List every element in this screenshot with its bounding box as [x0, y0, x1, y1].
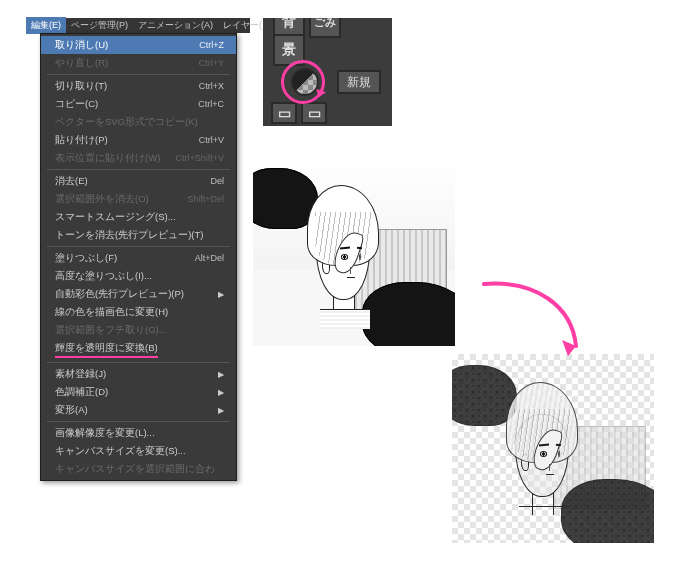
menu-item-hotkey: Ctrl+C [198, 99, 224, 109]
menu-item-label: 表示位置に貼り付け(W) [55, 152, 160, 165]
menu-item-label: 線の色を描画色に変更(H) [55, 306, 168, 319]
menu-item: 選択範囲外を消去(O)Shift+Del [41, 190, 236, 208]
menu-item: やり直し(R)Ctrl+Y [41, 54, 236, 72]
annotation-circle [281, 60, 325, 104]
menu-item-label: 貼り付け(P) [55, 134, 108, 147]
menu-item-hotkey: Alt+Del [195, 253, 224, 263]
menu-item[interactable]: 線の色を描画色に変更(H) [41, 303, 236, 321]
menu-item[interactable]: 切り取り(T)Ctrl+X [41, 77, 236, 95]
menu-item-label: 素材登録(J) [55, 368, 106, 381]
menu-item-label: 選択範囲をフチ取り(G)... [55, 324, 167, 337]
menu-item[interactable]: スマートスムージング(S)... [41, 208, 236, 226]
chevron-right-icon: ▶ [218, 370, 224, 379]
chevron-right-icon: ▶ [218, 388, 224, 397]
menu-item[interactable]: 取り消し(U)Ctrl+Z [41, 36, 236, 54]
menubar-item-page[interactable]: ページ管理(P) [66, 17, 133, 34]
menu-item-hotkey: Ctrl+X [199, 81, 224, 91]
menu-item-hotkey: Ctrl+V [199, 135, 224, 145]
menu-item-label: 塗りつぶし(F) [55, 252, 117, 265]
menu-item-label: やり直し(R) [55, 57, 108, 70]
menu-item-hotkey: Ctrl+Shift+V [175, 153, 224, 163]
toolbar-button-trash[interactable]: ごみ [309, 18, 341, 38]
illustration-before [253, 157, 455, 346]
menu-item: 選択範囲をフチ取り(G)... [41, 321, 236, 339]
menu-item-label: 自動彩色(先行プレビュー)(P) [55, 288, 184, 301]
menu-item[interactable]: 色調補正(D)▶ [41, 383, 236, 401]
menu-item[interactable]: 画像解像度を変更(L)... [41, 424, 236, 442]
menu-item-label: 輝度を透明度に変換(B) [55, 342, 158, 358]
menu-item-label: 変形(A) [55, 404, 88, 417]
menu-item-label: スマートスムージング(S)... [55, 211, 176, 224]
menu-item-label: 色調補正(D) [55, 386, 108, 399]
app-menubar: 編集(E) ページ管理(P) アニメーション(A) レイヤー( [26, 18, 250, 33]
menu-item-label: 画像解像度を変更(L)... [55, 427, 155, 440]
menu-item-label: ベクターをSVG形式でコピー(K) [55, 116, 198, 129]
menubar-item-animation[interactable]: アニメーション(A) [133, 17, 218, 34]
menu-item[interactable]: 変形(A)▶ [41, 401, 236, 419]
menu-item-label: 選択範囲外を消去(O) [55, 193, 149, 206]
menu-item-label: キャンバスサイズを変更(S)... [55, 445, 186, 458]
menu-item-label: キャンバスサイズを選択範囲に合わ [55, 463, 215, 476]
menu-item[interactable]: 消去(E)Del [41, 172, 236, 190]
toolbar-button-new[interactable]: 新規 [337, 70, 381, 94]
menu-item-hotkey: Del [210, 176, 224, 186]
menu-item[interactable]: 高度な塗りつぶし(I)... [41, 267, 236, 285]
menu-item: ベクターをSVG形式でコピー(K) [41, 113, 236, 131]
chevron-right-icon: ▶ [218, 406, 224, 415]
menu-item-label: 切り取り(T) [55, 80, 107, 93]
toolbar-crop: 背 ごみ 景 新規 ▭ ▭ [263, 18, 392, 126]
menu-item-label: 高度な塗りつぶし(I)... [55, 270, 152, 283]
menu-item[interactable]: キャンバスサイズを変更(S)... [41, 442, 236, 460]
menu-item-label: 消去(E) [55, 175, 88, 188]
menubar-item-layer[interactable]: レイヤー( [218, 17, 267, 34]
edit-menu-dropdown: 取り消し(U)Ctrl+Zやり直し(R)Ctrl+Y切り取り(T)Ctrl+Xコ… [40, 33, 237, 481]
menu-item-label: 取り消し(U) [55, 39, 108, 52]
toolbar-button-misc-2[interactable]: ▭ [301, 102, 327, 124]
annotation-arrow-icon [476, 276, 596, 366]
menu-item-label: コピー(C) [55, 98, 98, 111]
menu-item: 表示位置に貼り付け(W)Ctrl+Shift+V [41, 149, 236, 167]
menu-item: キャンバスサイズを選択範囲に合わ [41, 460, 236, 478]
menu-item-label: トーンを消去(先行プレビュー)(T) [55, 229, 203, 242]
menu-item[interactable]: 貼り付け(P)Ctrl+V [41, 131, 236, 149]
illustration-after [452, 354, 654, 543]
menubar-item-edit[interactable]: 編集(E) [26, 17, 66, 34]
toolbar-button-misc-1[interactable]: ▭ [271, 102, 297, 124]
menu-item[interactable]: 塗りつぶし(F)Alt+Del [41, 249, 236, 267]
menu-item[interactable]: トーンを消去(先行プレビュー)(T) [41, 226, 236, 244]
menu-item[interactable]: 輝度を透明度に変換(B) [41, 339, 236, 360]
menu-item[interactable]: コピー(C)Ctrl+C [41, 95, 236, 113]
menu-item-hotkey: Shift+Del [187, 194, 224, 204]
menu-item[interactable]: 自動彩色(先行プレビュー)(P)▶ [41, 285, 236, 303]
chevron-right-icon: ▶ [218, 290, 224, 299]
menu-item-hotkey: Ctrl+Z [199, 40, 224, 50]
menu-item-hotkey: Ctrl+Y [199, 58, 224, 68]
menu-item[interactable]: 素材登録(J)▶ [41, 365, 236, 383]
